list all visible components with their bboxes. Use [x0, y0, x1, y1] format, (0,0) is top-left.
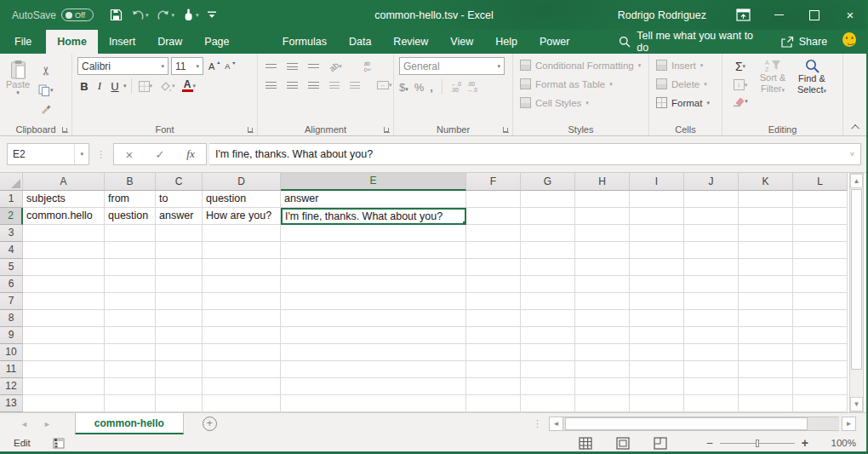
save-button[interactable] [107, 7, 125, 23]
cell-H7[interactable] [575, 293, 630, 310]
touch-mode-button[interactable]: ▾ [180, 7, 202, 23]
cell-I2[interactable] [630, 208, 684, 225]
autosum-button[interactable]: Σ▾ [728, 58, 753, 75]
cell-H8[interactable] [575, 310, 630, 327]
merge-center-button[interactable]: ↔▾ [374, 79, 395, 91]
cell-B2[interactable]: question [105, 208, 156, 225]
cell-I5[interactable] [630, 259, 684, 276]
cell-D10[interactable] [203, 344, 281, 361]
cell-L10[interactable] [793, 344, 848, 361]
cell-A8[interactable] [23, 310, 105, 327]
cell-A7[interactable] [23, 293, 105, 310]
number-format-dropdown-icon[interactable]: ▾ [497, 63, 500, 70]
align-top-button[interactable] [263, 62, 279, 72]
cell-H11[interactable] [575, 361, 630, 378]
cell-A6[interactable] [23, 276, 105, 293]
tab-formulas[interactable]: Formulas [271, 30, 338, 54]
row-header-7[interactable]: 7 [0, 293, 23, 310]
cell-J1[interactable] [684, 191, 739, 208]
font-color-button[interactable]: A▾ [180, 78, 199, 94]
tab-scrollbar-splitter-icon[interactable]: ⋮ [533, 418, 549, 429]
cell-D13[interactable] [203, 395, 281, 412]
expand-formula-bar-icon[interactable]: ˅ [850, 150, 854, 158]
cell-F9[interactable] [466, 327, 521, 344]
cell-G11[interactable] [521, 361, 575, 378]
cell-L8[interactable] [793, 310, 848, 327]
cell-K10[interactable] [739, 344, 793, 361]
tab-view[interactable]: View [439, 30, 484, 54]
cell-L5[interactable] [793, 259, 848, 276]
cell-F13[interactable] [466, 395, 521, 412]
cell-K11[interactable] [739, 361, 793, 378]
cell-F5[interactable] [466, 259, 521, 276]
collapse-ribbon-icon[interactable] [851, 124, 859, 133]
cell-D4[interactable] [203, 242, 281, 259]
row-header-4[interactable]: 4 [0, 242, 23, 259]
tell-me-search[interactable]: Tell me what you want to do [608, 30, 768, 54]
font-name-dropdown-icon[interactable]: ▾ [161, 63, 164, 70]
cell-K5[interactable] [739, 259, 793, 276]
cell-H4[interactable] [575, 242, 630, 259]
autosave-pill[interactable]: Off [61, 9, 94, 21]
maximize-button[interactable] [797, 0, 832, 30]
row-header-5[interactable]: 5 [0, 259, 23, 276]
underline-button[interactable]: U [108, 80, 122, 93]
tab-data[interactable]: Data [338, 30, 382, 54]
align-middle-button[interactable] [284, 61, 300, 72]
cell-A9[interactable] [23, 327, 105, 344]
cell-C7[interactable] [156, 293, 203, 310]
cell-C2[interactable]: answer [156, 208, 203, 225]
cell-D12[interactable] [203, 378, 281, 395]
cell-C5[interactable] [156, 259, 203, 276]
autosave-toggle[interactable]: AutoSave Off [12, 9, 94, 21]
insert-cells-button[interactable]: Insert▾ [656, 57, 722, 73]
conditional-formatting-button[interactable]: Conditional Formatting▾ [520, 57, 648, 73]
cell-C4[interactable] [156, 242, 203, 259]
cell-K6[interactable] [739, 276, 793, 293]
col-header-F[interactable]: F [466, 173, 521, 191]
customize-qat-button[interactable] [205, 9, 219, 20]
cell-H12[interactable] [575, 378, 630, 395]
number-format-combo[interactable]: General▾ [399, 57, 505, 75]
next-sheet-icon[interactable]: ► [43, 420, 51, 428]
cell-A2[interactable]: common.hello [23, 208, 105, 225]
tab-insert[interactable]: Insert [98, 30, 146, 54]
normal-view-button[interactable] [579, 437, 592, 450]
cell-G5[interactable] [521, 259, 575, 276]
horizontal-scrollbar-thumb[interactable] [565, 417, 808, 430]
redo-button[interactable]: ▾ [155, 8, 178, 23]
tab-help[interactable]: Help [484, 30, 528, 54]
cell-L9[interactable] [793, 327, 848, 344]
page-layout-view-button[interactable] [616, 437, 630, 450]
italic-button[interactable]: I [93, 79, 106, 93]
cell-A12[interactable] [23, 378, 105, 395]
align-bottom-button[interactable] [306, 62, 322, 72]
cell-J8[interactable] [684, 310, 739, 327]
page-break-preview-button[interactable] [654, 437, 667, 450]
vertical-scrollbar[interactable]: ▲ ▼ [849, 173, 864, 412]
cell-D6[interactable] [203, 276, 281, 293]
cell-C12[interactable] [156, 378, 203, 395]
percent-style-button[interactable]: % [414, 81, 425, 94]
cell-C6[interactable] [156, 276, 203, 293]
alignment-dialog-launcher-icon[interactable] [384, 127, 390, 133]
cell-I1[interactable] [630, 191, 684, 208]
cell-B3[interactable] [105, 225, 156, 242]
cell-F4[interactable] [466, 242, 521, 259]
cell-F10[interactable] [466, 344, 521, 361]
cell-K13[interactable] [739, 395, 793, 412]
cell-H1[interactable] [575, 191, 630, 208]
formula-bar-handle-icon[interactable]: ⋮ [89, 149, 113, 160]
cell-J4[interactable] [684, 242, 739, 259]
cell-F12[interactable] [466, 378, 521, 395]
cell-J6[interactable] [684, 276, 739, 293]
scroll-down-icon[interactable]: ▼ [850, 397, 863, 411]
cell-D1[interactable]: question [203, 191, 281, 208]
cell-H9[interactable] [575, 327, 630, 344]
cell-J5[interactable] [684, 259, 739, 276]
redo-dropdown-icon[interactable]: ▾ [172, 12, 175, 19]
cell-B12[interactable] [105, 378, 156, 395]
cell-B1[interactable]: from [105, 191, 156, 208]
row-header-8[interactable]: 8 [0, 310, 23, 327]
cell-G4[interactable] [521, 242, 575, 259]
